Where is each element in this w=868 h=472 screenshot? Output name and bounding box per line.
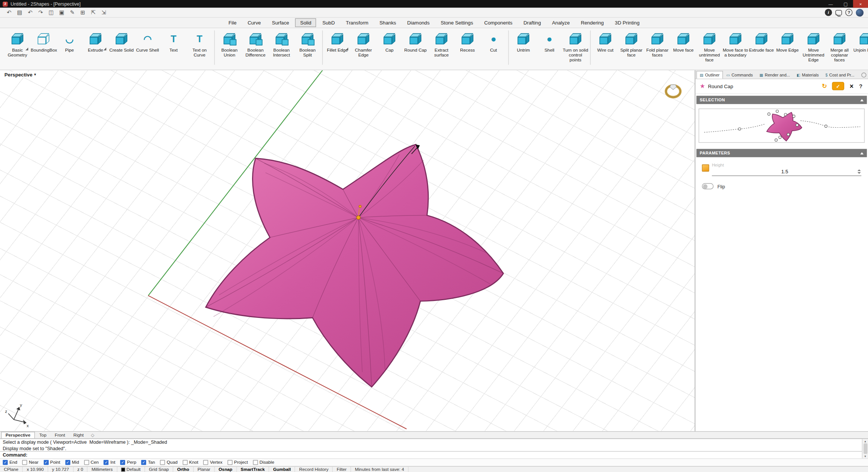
panel-tab[interactable]: ▤ Outliner <box>696 71 723 79</box>
ribbon-tool-button[interactable]: ● Cut <box>480 29 506 53</box>
ribbon-tool-button[interactable]: Chamfer Edge <box>350 29 376 58</box>
viewport-tab[interactable]: Front <box>51 432 69 438</box>
osnap-checkbox[interactable] <box>203 460 208 465</box>
viewport-tab[interactable]: Perspective <box>1 432 35 438</box>
osnap-checkbox[interactable] <box>3 460 8 465</box>
tool-help-button[interactable]: ? <box>859 83 862 89</box>
quickbar-button[interactable]: ◫ <box>46 8 56 17</box>
osnap-checkbox[interactable] <box>182 460 187 465</box>
viewport-perspective[interactable]: Perspective ▾ <box>0 70 695 431</box>
quickbar-button[interactable]: ⇲ <box>99 8 108 17</box>
menu-tab[interactable]: Transform <box>341 18 373 27</box>
quickbar-button[interactable]: ↶ <box>5 8 14 17</box>
ribbon-tool-button[interactable]: Move Untrimmed Edge <box>801 29 827 63</box>
ribbon-tool-button[interactable]: Merge all coplanar faces <box>827 29 853 63</box>
panel-tabs-overflow-button[interactable] <box>861 72 866 77</box>
quickbar-button[interactable]: ↷ <box>36 8 46 17</box>
osnap-checkbox[interactable] <box>84 460 89 465</box>
ribbon-tool-button[interactable]: Wire cut <box>592 29 618 53</box>
ribbon-tool-button[interactable] <box>508 31 509 65</box>
scroll-down-icon[interactable]: ▼ <box>864 454 866 458</box>
osnap-toggle[interactable]: Perp <box>120 460 136 465</box>
statusbar-item[interactable]: CPlane <box>0 467 23 472</box>
height-input[interactable]: 1.5 <box>712 168 862 176</box>
panel-tab[interactable]: ▦ Render and... <box>756 71 793 79</box>
ribbon-tool-button[interactable] <box>590 31 590 65</box>
osnap-toggle[interactable]: Project <box>228 460 248 465</box>
ribbon-tool-button[interactable]: Extrude face <box>749 29 775 53</box>
star-object[interactable] <box>206 145 503 387</box>
osnap-toggle[interactable]: Cen <box>84 460 99 465</box>
osnap-toggle[interactable]: Mid <box>65 460 79 465</box>
ribbon-tool-button[interactable]: Recess <box>454 29 480 53</box>
ribbon-tool-button[interactable]: Extract surface <box>428 29 454 58</box>
ribbon-tool-button[interactable]: Create Solid <box>108 29 134 53</box>
ribbon-tool-button[interactable]: Move face to a boundary <box>723 29 749 58</box>
statusbar-item[interactable]: Millimeters <box>88 467 117 472</box>
statusbar-item[interactable]: Default <box>117 467 145 472</box>
statusbar-item[interactable]: Osnap <box>215 467 237 472</box>
menu-tab[interactable]: Solid <box>295 18 316 27</box>
statusbar-item[interactable]: z 0 <box>73 467 88 472</box>
ribbon-tool-button[interactable]: Boolean Intersect <box>269 29 295 58</box>
osnap-toggle[interactable]: Disable <box>253 460 274 465</box>
ribbon-tool-button[interactable]: Fold planar faces <box>644 29 670 58</box>
menu-tab[interactable]: Surface <box>267 18 294 27</box>
osnap-toggle[interactable]: Knot <box>182 460 198 465</box>
menu-tab[interactable]: Shanks <box>374 18 401 27</box>
user-avatar[interactable] <box>856 9 864 17</box>
osnap-checkbox[interactable] <box>228 460 232 465</box>
scroll-up-icon[interactable]: ▲ <box>864 440 866 443</box>
statusbar-item[interactable]: SmartTrack <box>237 467 269 472</box>
quickbar-button[interactable]: ↶ <box>26 8 35 17</box>
panel-tab[interactable]: ▭ Commands <box>723 71 756 79</box>
ribbon-tool-button[interactable]: ● Shell <box>536 29 562 53</box>
menu-tab[interactable]: Analyze <box>547 18 575 27</box>
ribbon-tool-button[interactable]: Untrim <box>510 29 536 53</box>
ribbon-tool-button[interactable]: T Text <box>160 29 186 53</box>
ribbon-tool-button[interactable]: Basic Geometry <box>5 29 31 58</box>
ribbon-tool-button[interactable]: BoundingBox <box>31 29 57 53</box>
ribbon-tool-button[interactable] <box>214 31 215 65</box>
ribbon-tool-button[interactable]: ◡ Pipe <box>57 29 83 53</box>
ribbon-tool-button[interactable]: Fillet Edge <box>324 29 350 53</box>
quickbar-button[interactable]: ▤ <box>15 8 24 17</box>
ribbon-tool-button[interactable]: Boolean Union <box>217 29 243 58</box>
menu-tab[interactable]: Components <box>479 18 517 27</box>
menu-tab[interactable]: Drafting <box>518 18 546 27</box>
refresh-preview-button[interactable]: ↻ <box>822 82 827 90</box>
osnap-toggle[interactable]: Near <box>22 460 38 465</box>
osnap-toggle[interactable]: Point <box>43 460 60 465</box>
command-input[interactable] <box>28 452 862 458</box>
ribbon-tool-button[interactable]: Move Edge <box>775 29 801 53</box>
statusbar-item[interactable]: Grid Snap <box>145 467 173 472</box>
ribbon-tool-button[interactable]: Move face <box>670 29 696 53</box>
panel-tab[interactable]: ◧ Materials <box>793 71 822 79</box>
ribbon-tool-button[interactable]: Boolean Difference <box>243 29 269 58</box>
statusbar-item[interactable]: x 10.990 <box>23 467 48 472</box>
confirm-button[interactable]: ✓ <box>832 82 844 90</box>
command-scrollbar[interactable]: ▲ ▼ <box>862 439 868 458</box>
ribbon-tool-button[interactable] <box>322 31 322 65</box>
viewport-tab[interactable]: Top <box>35 432 50 438</box>
osnap-checkbox[interactable] <box>22 460 27 465</box>
statusbar-item[interactable]: Planar <box>194 467 215 472</box>
statusbar-item[interactable]: Gumball <box>269 467 295 472</box>
osnap-checkbox[interactable] <box>65 460 70 465</box>
osnap-toggle[interactable]: Int <box>104 460 115 465</box>
info-icon[interactable]: i <box>825 9 832 16</box>
statusbar-item[interactable]: Minutes from last save: 4 <box>351 467 409 472</box>
ribbon-tool-button[interactable]: Turn on solid control points <box>562 29 588 63</box>
height-value[interactable]: 1.5 <box>712 169 857 174</box>
statusbar-item[interactable]: Ortho <box>173 467 194 472</box>
ribbon-tool-button[interactable]: Cap <box>376 29 402 53</box>
osnap-checkbox[interactable] <box>43 460 48 465</box>
ribbon-tool-button[interactable]: Move untrimmed face <box>696 29 722 63</box>
help-icon[interactable]: ? <box>845 9 853 16</box>
osnap-checkbox[interactable] <box>253 460 258 465</box>
menu-tab[interactable]: Curve <box>243 18 266 27</box>
panel-tab[interactable]: $ Cost and Pr... <box>822 71 858 79</box>
menu-tab[interactable]: Diamonds <box>402 18 435 27</box>
minimize-button[interactable]: — <box>823 0 838 8</box>
osnap-checkbox[interactable] <box>104 460 108 465</box>
